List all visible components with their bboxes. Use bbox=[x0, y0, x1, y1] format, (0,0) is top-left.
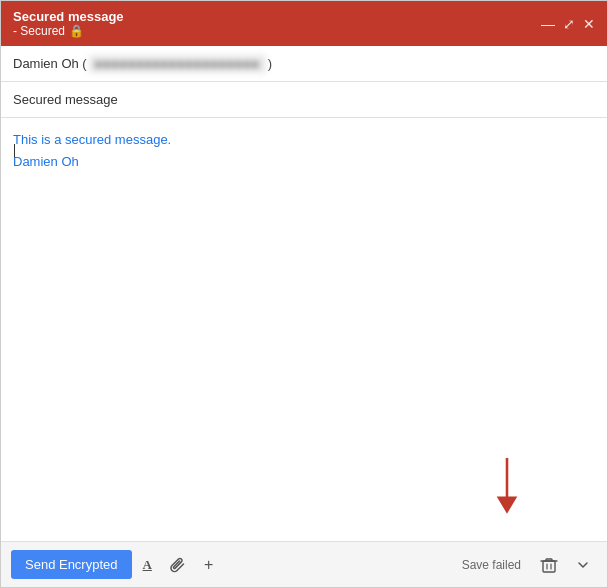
save-status: Save failed bbox=[462, 558, 521, 572]
delete-button[interactable] bbox=[533, 551, 565, 579]
body-line1: This is a secured message. bbox=[13, 130, 595, 150]
subject-text: Secured message bbox=[13, 92, 118, 107]
compose-window: Secured message - Secured 🔒 — ⤢ ✕ Damien… bbox=[0, 0, 608, 588]
body-signature: Damien Oh bbox=[13, 154, 595, 169]
more-options-button[interactable]: + bbox=[197, 551, 220, 579]
attach-file-button[interactable] bbox=[163, 552, 193, 578]
title-bar-left: Secured message - Secured 🔒 bbox=[13, 9, 124, 38]
close-button[interactable]: ✕ bbox=[583, 16, 595, 32]
chevron-down-icon bbox=[576, 558, 590, 572]
title-bar: Secured message - Secured 🔒 — ⤢ ✕ bbox=[1, 1, 607, 46]
body-line1-text: This is a secured message. bbox=[13, 132, 171, 147]
lock-icon: 🔒 bbox=[69, 24, 84, 38]
font-format-button[interactable]: A bbox=[136, 552, 159, 578]
sender-name-suffix: ) bbox=[268, 56, 272, 71]
send-encrypted-button[interactable]: Send Encrypted bbox=[11, 550, 132, 579]
toolbar: Send Encrypted A + Save failed bbox=[1, 541, 607, 587]
maximize-button[interactable]: ⤢ bbox=[563, 16, 575, 32]
svg-marker-1 bbox=[497, 497, 518, 514]
arrow-indicator bbox=[487, 458, 527, 521]
to-field: Damien Oh (●●●●●●●●●●●●●●●●●●●●) bbox=[1, 46, 607, 82]
plus-icon: + bbox=[204, 556, 213, 574]
paperclip-icon bbox=[170, 557, 186, 573]
subject-field: Secured message bbox=[1, 82, 607, 118]
title-sub-text: - Secured bbox=[13, 24, 65, 38]
minimize-button[interactable]: — bbox=[541, 16, 555, 32]
trash-icon bbox=[540, 556, 558, 574]
title-sub: - Secured 🔒 bbox=[13, 24, 124, 38]
title-bar-controls: — ⤢ ✕ bbox=[541, 16, 595, 32]
sender-email: ●●●●●●●●●●●●●●●●●●●● bbox=[89, 55, 266, 73]
svg-rect-2 bbox=[543, 561, 555, 572]
title-main: Secured message bbox=[13, 9, 124, 24]
font-icon: A bbox=[143, 557, 152, 573]
sender-name-prefix: Damien Oh ( bbox=[13, 56, 87, 71]
body-area[interactable]: This is a secured message. Damien Oh bbox=[1, 118, 607, 541]
down-arrow-icon bbox=[487, 458, 527, 518]
dropdown-button[interactable] bbox=[569, 553, 597, 577]
